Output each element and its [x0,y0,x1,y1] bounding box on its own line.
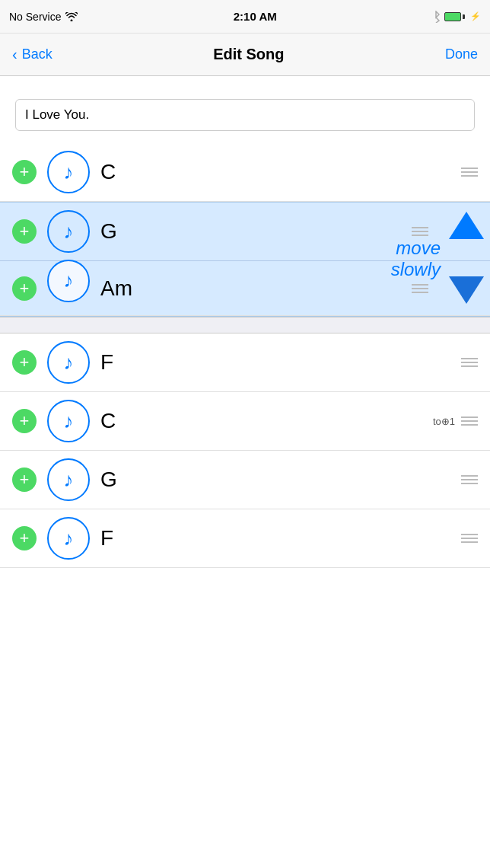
chord-row-am: + ♪ Am [0,261,490,316]
reorder-handle-f1[interactable] [461,358,478,367]
reorder-handle-g2[interactable] [461,475,478,484]
svg-marker-1 [449,212,484,239]
music-note-icon-f1: ♪ [64,351,74,375]
chord-name-label-f2: F [100,526,461,550]
chord-name-label: C [100,160,461,184]
music-note-icon-g: ♪ [64,220,74,244]
music-note-icon-am: ♪ [64,269,74,292]
chord-am-icon[interactable]: ♪ [47,260,90,302]
status-right: ⚡ [432,11,481,23]
chord-row-f2: + ♪ F [0,509,490,568]
back-label: Back [22,46,52,62]
music-note-icon-g2: ♪ [64,468,74,492]
chord-g2-icon[interactable]: ♪ [47,458,90,501]
reorder-handle-am[interactable] [412,284,428,293]
section-separator [0,317,490,333]
chord-name-label-am: Am [100,276,412,301]
chord-row-c2: + ♪ C to⊕1 [0,392,490,451]
chord-row-g: + ♪ G [0,203,490,261]
reorder-handle-c2[interactable] [461,416,478,426]
status-time: 2:10 AM [234,10,277,23]
chord-row: + ♪ C [0,143,490,202]
reorder-handle-f2[interactable] [461,534,478,543]
chord-name-label-g: G [100,219,412,244]
add-chord-button-c2[interactable]: + [12,409,37,433]
reorder-handle-g[interactable] [412,227,428,236]
done-button[interactable]: Done [445,46,478,62]
wifi-icon [65,12,78,21]
add-chord-button[interactable]: + [12,160,37,184]
battery-indicator [444,12,465,21]
add-chord-button-f2[interactable]: + [12,526,37,550]
highlighted-block: move slowly + ♪ G + [0,202,490,317]
move-up-arrow[interactable] [447,209,485,250]
svg-marker-2 [449,276,484,304]
chord-c2-icon[interactable]: ♪ [47,400,90,442]
reorder-handle[interactable] [461,168,478,177]
chord-f1-icon[interactable]: ♪ [47,341,90,384]
back-chevron-icon: ‹ [12,46,18,63]
chord-c-icon[interactable]: ♪ [47,151,90,193]
add-chord-button-am[interactable]: + [12,276,37,301]
charging-bolt: ⚡ [470,11,481,21]
chord-list: + ♪ C move slowly + [0,143,490,568]
chord-name-label-g2: G [100,468,461,492]
song-title-section [0,76,490,143]
status-bar: No Service 2:10 AM ⚡ [0,0,490,34]
song-title-input[interactable] [15,99,475,131]
tooltip-text: to⊕1 [433,416,455,427]
chord-name-label-f1: F [100,350,461,375]
page-title: Edit Song [213,46,284,63]
nav-bar: ‹ Back Edit Song Done [0,34,490,76]
chord-f2-icon[interactable]: ♪ [47,517,90,560]
carrier-label: No Service [9,11,61,23]
chord-row-f1: + ♪ F [0,333,490,392]
back-button[interactable]: ‹ Back [12,46,52,63]
music-note-icon-f2: ♪ [64,527,74,550]
music-note-icon: ♪ [64,161,74,184]
add-chord-button-f1[interactable]: + [12,350,37,375]
bluetooth-icon [432,11,440,23]
status-left: No Service [9,11,78,23]
add-chord-button-g2[interactable]: + [12,468,37,492]
chord-name-label-c2: C [100,409,266,433]
chord-g-icon[interactable]: ♪ [47,210,90,253]
move-down-arrow[interactable] [447,269,485,310]
add-chord-button-g[interactable]: + [12,219,37,244]
chord-row-g2: + ♪ G [0,451,490,509]
music-note-icon-c2: ♪ [64,410,74,433]
